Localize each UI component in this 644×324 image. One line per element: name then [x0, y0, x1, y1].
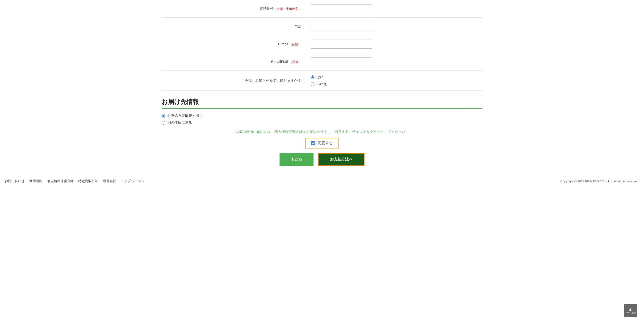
footer-links: お問い合わせ 利用規約 個人情報保護方針 特定商取引法 運営会社 トップページへ [5, 179, 144, 183]
newsletter-input-cell: はい いいえ [306, 71, 482, 91]
footer-link-privacy[interactable]: 個人情報保護方針 [47, 179, 74, 183]
footer-link-company[interactable]: 運営会社 [103, 179, 116, 183]
email-confirm-row: E-mail確認 （必須） [162, 53, 482, 71]
email-confirm-label-text: E-mail確認 [271, 60, 288, 64]
delivery-section-title: お届け先情報 [162, 98, 482, 107]
newsletter-row: 今後、お知らせを受け取りますか？ はい いいえ [162, 71, 482, 91]
back-button[interactable]: もどる [280, 153, 314, 166]
newsletter-no-label: いいえ [316, 82, 327, 86]
delivery-same-label: お申込み者情報と同じ [167, 114, 203, 118]
delivery-options: お申込み者情報と同じ 別の住所に送る [162, 114, 482, 125]
contact-form-table: 電話番号（必須・半角数字） FAX E-mail （必須） [162, 0, 482, 91]
fax-input-cell [306, 18, 482, 35]
footer-link-terms[interactable]: 利用規約 [29, 179, 42, 183]
action-buttons-row: もどる お支払方法へ [162, 153, 482, 166]
email-confirm-required: （必須） [289, 60, 301, 64]
consent-checkbox[interactable] [311, 141, 316, 145]
phone-required: （必須・半角数字） [274, 7, 301, 10]
consent-label: 同意する [318, 141, 333, 146]
page-footer: お問い合わせ 利用規約 個人情報保護方針 特定商取引法 運営会社 トップページへ… [0, 175, 644, 187]
delivery-same-radio[interactable] [162, 114, 165, 118]
email-row: E-mail （必須） [162, 35, 482, 53]
phone-input-cell [306, 0, 482, 18]
newsletter-no-radio[interactable] [311, 82, 314, 86]
delivery-different-radio[interactable] [162, 121, 165, 125]
newsletter-no-option[interactable]: いいえ [311, 82, 478, 86]
fax-row: FAX [162, 18, 482, 35]
email-confirm-input[interactable] [311, 57, 372, 66]
phone-input[interactable] [311, 4, 372, 13]
newsletter-label: 今後、お知らせを受け取りますか？ [162, 71, 306, 91]
newsletter-yes-label: はい [316, 75, 324, 79]
delivery-different-label: 別の住所に送る [167, 120, 192, 125]
phone-label-text: 電話番号 [260, 6, 274, 10]
newsletter-radio-group: はい いいえ [311, 75, 478, 86]
phone-row: 電話番号（必須・半角数字） [162, 0, 482, 18]
email-label: E-mail （必須） [162, 35, 306, 53]
email-confirm-label: E-mail確認 （必須） [162, 53, 306, 71]
delivery-different-option[interactable]: 別の住所に送る [162, 120, 482, 125]
proceed-button[interactable]: お支払方法へ [318, 153, 364, 166]
footer-link-contact[interactable]: お問い合わせ [5, 179, 24, 183]
email-required: （必須） [289, 42, 301, 46]
fax-label-text: FAX [295, 24, 301, 28]
email-input-cell [306, 35, 482, 53]
newsletter-yes-option[interactable]: はい [311, 75, 478, 79]
phone-label: 電話番号（必須・半角数字） [162, 0, 306, 18]
email-label-text: E-mail [278, 42, 288, 46]
fax-label: FAX [162, 18, 306, 35]
delivery-same-option[interactable]: お申込み者情報と同じ [162, 114, 482, 118]
email-input[interactable] [311, 39, 372, 48]
footer-link-top[interactable]: トップページへ [121, 179, 144, 183]
email-confirm-input-cell [306, 53, 482, 71]
consent-area: 同意する [162, 138, 482, 148]
delivery-section-divider [162, 108, 482, 109]
newsletter-yes-radio[interactable] [311, 75, 314, 79]
footer-link-commerce[interactable]: 特定商取引法 [78, 179, 98, 183]
fax-input[interactable] [311, 22, 372, 31]
consent-box[interactable]: 同意する [305, 138, 339, 148]
privacy-notice-text: 以降の画面に進むには、個人情報保護方針をお読みのうえ、「同意する」チェックをクリ… [162, 130, 482, 134]
footer-copyright: Copyright © 2023 PRINTBOY Co., Ltd. All … [560, 180, 639, 183]
newsletter-label-text: 今後、お知らせを受け取りますか？ [245, 78, 301, 82]
